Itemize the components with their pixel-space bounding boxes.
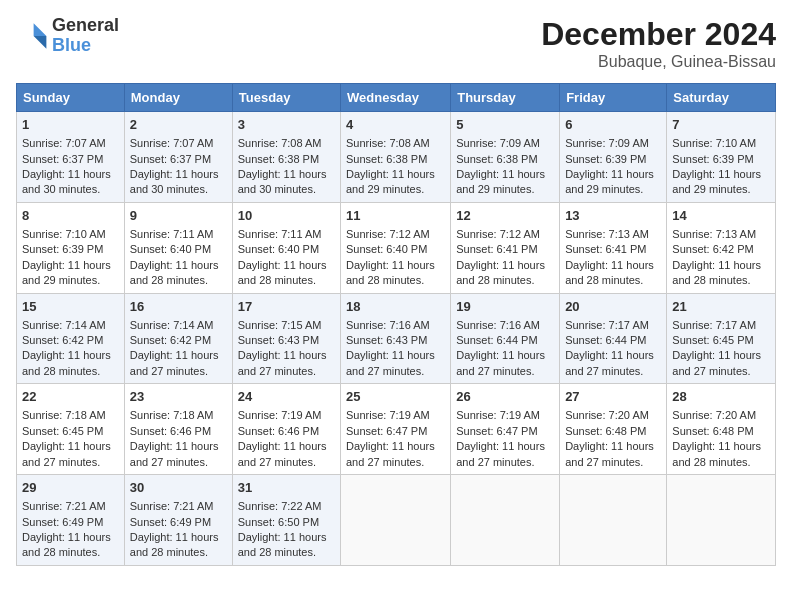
daylight: Daylight: 11 hours and 29 minutes. — [565, 168, 654, 195]
calendar-cell: 9Sunrise: 7:11 AMSunset: 6:40 PMDaylight… — [124, 202, 232, 293]
day-number: 5 — [456, 116, 554, 134]
daylight: Daylight: 11 hours and 27 minutes. — [238, 440, 327, 467]
calendar-cell: 30Sunrise: 7:21 AMSunset: 6:49 PMDayligh… — [124, 475, 232, 566]
daylight: Daylight: 11 hours and 27 minutes. — [456, 349, 545, 376]
sunrise: Sunrise: 7:14 AM — [130, 319, 214, 331]
sunrise: Sunrise: 7:20 AM — [565, 409, 649, 421]
calendar-cell: 6Sunrise: 7:09 AMSunset: 6:39 PMDaylight… — [560, 112, 667, 203]
sunrise: Sunrise: 7:17 AM — [672, 319, 756, 331]
sunset: Sunset: 6:43 PM — [346, 334, 427, 346]
day-number: 18 — [346, 298, 445, 316]
page-header: General Blue December 2024 Bubaque, Guin… — [16, 16, 776, 71]
sunrise: Sunrise: 7:18 AM — [22, 409, 106, 421]
sunrise: Sunrise: 7:11 AM — [238, 228, 322, 240]
daylight: Daylight: 11 hours and 29 minutes. — [456, 168, 545, 195]
calendar-cell: 29Sunrise: 7:21 AMSunset: 6:49 PMDayligh… — [17, 475, 125, 566]
daylight: Daylight: 11 hours and 28 minutes. — [130, 259, 219, 286]
day-number: 12 — [456, 207, 554, 225]
svg-marker-0 — [34, 23, 47, 36]
day-number: 31 — [238, 479, 335, 497]
day-number: 21 — [672, 298, 770, 316]
sunset: Sunset: 6:42 PM — [130, 334, 211, 346]
day-header-sunday: Sunday — [17, 84, 125, 112]
day-number: 13 — [565, 207, 661, 225]
daylight: Daylight: 11 hours and 28 minutes. — [238, 531, 327, 558]
sunset: Sunset: 6:44 PM — [565, 334, 646, 346]
day-number: 29 — [22, 479, 119, 497]
daylight: Daylight: 11 hours and 28 minutes. — [565, 259, 654, 286]
day-number: 17 — [238, 298, 335, 316]
sunset: Sunset: 6:49 PM — [22, 516, 103, 528]
daylight: Daylight: 11 hours and 28 minutes. — [456, 259, 545, 286]
daylight: Daylight: 11 hours and 29 minutes. — [672, 168, 761, 195]
calendar-cell: 1Sunrise: 7:07 AMSunset: 6:37 PMDaylight… — [17, 112, 125, 203]
day-header-friday: Friday — [560, 84, 667, 112]
daylight: Daylight: 11 hours and 27 minutes. — [238, 349, 327, 376]
svg-marker-1 — [34, 36, 47, 49]
week-row-2: 8Sunrise: 7:10 AMSunset: 6:39 PMDaylight… — [17, 202, 776, 293]
sunrise: Sunrise: 7:21 AM — [130, 500, 214, 512]
sunrise: Sunrise: 7:10 AM — [672, 137, 756, 149]
sunrise: Sunrise: 7:18 AM — [130, 409, 214, 421]
week-row-4: 22Sunrise: 7:18 AMSunset: 6:45 PMDayligh… — [17, 384, 776, 475]
sunrise: Sunrise: 7:16 AM — [346, 319, 430, 331]
day-number: 24 — [238, 388, 335, 406]
day-number: 22 — [22, 388, 119, 406]
sunrise: Sunrise: 7:19 AM — [456, 409, 540, 421]
calendar-cell: 2Sunrise: 7:07 AMSunset: 6:37 PMDaylight… — [124, 112, 232, 203]
sunrise: Sunrise: 7:07 AM — [22, 137, 106, 149]
daylight: Daylight: 11 hours and 29 minutes. — [22, 259, 111, 286]
sunrise: Sunrise: 7:21 AM — [22, 500, 106, 512]
calendar-cell: 25Sunrise: 7:19 AMSunset: 6:47 PMDayligh… — [341, 384, 451, 475]
calendar-cell: 15Sunrise: 7:14 AMSunset: 6:42 PMDayligh… — [17, 293, 125, 384]
sunset: Sunset: 6:42 PM — [672, 243, 753, 255]
day-number: 10 — [238, 207, 335, 225]
sunset: Sunset: 6:42 PM — [22, 334, 103, 346]
sunrise: Sunrise: 7:16 AM — [456, 319, 540, 331]
day-number: 2 — [130, 116, 227, 134]
sunset: Sunset: 6:39 PM — [565, 153, 646, 165]
logo-line1: General — [52, 16, 119, 36]
week-row-1: 1Sunrise: 7:07 AMSunset: 6:37 PMDaylight… — [17, 112, 776, 203]
sunrise: Sunrise: 7:09 AM — [456, 137, 540, 149]
logo: General Blue — [16, 16, 119, 56]
day-header-wednesday: Wednesday — [341, 84, 451, 112]
week-row-5: 29Sunrise: 7:21 AMSunset: 6:49 PMDayligh… — [17, 475, 776, 566]
day-number: 7 — [672, 116, 770, 134]
sunrise: Sunrise: 7:22 AM — [238, 500, 322, 512]
daylight: Daylight: 11 hours and 28 minutes. — [346, 259, 435, 286]
sunset: Sunset: 6:40 PM — [346, 243, 427, 255]
calendar-cell: 22Sunrise: 7:18 AMSunset: 6:45 PMDayligh… — [17, 384, 125, 475]
daylight: Daylight: 11 hours and 27 minutes. — [130, 440, 219, 467]
day-header-monday: Monday — [124, 84, 232, 112]
calendar-cell: 7Sunrise: 7:10 AMSunset: 6:39 PMDaylight… — [667, 112, 776, 203]
calendar-cell: 12Sunrise: 7:12 AMSunset: 6:41 PMDayligh… — [451, 202, 560, 293]
sunrise: Sunrise: 7:11 AM — [130, 228, 214, 240]
day-number: 30 — [130, 479, 227, 497]
sunrise: Sunrise: 7:09 AM — [565, 137, 649, 149]
sunrise: Sunrise: 7:12 AM — [456, 228, 540, 240]
calendar-cell: 13Sunrise: 7:13 AMSunset: 6:41 PMDayligh… — [560, 202, 667, 293]
calendar-cell: 10Sunrise: 7:11 AMSunset: 6:40 PMDayligh… — [232, 202, 340, 293]
sunrise: Sunrise: 7:19 AM — [346, 409, 430, 421]
day-number: 9 — [130, 207, 227, 225]
calendar-cell: 16Sunrise: 7:14 AMSunset: 6:42 PMDayligh… — [124, 293, 232, 384]
sunset: Sunset: 6:40 PM — [238, 243, 319, 255]
calendar-cell: 27Sunrise: 7:20 AMSunset: 6:48 PMDayligh… — [560, 384, 667, 475]
sunrise: Sunrise: 7:20 AM — [672, 409, 756, 421]
calendar-cell: 17Sunrise: 7:15 AMSunset: 6:43 PMDayligh… — [232, 293, 340, 384]
daylight: Daylight: 11 hours and 27 minutes. — [565, 349, 654, 376]
logo-text: General Blue — [52, 16, 119, 56]
sunset: Sunset: 6:46 PM — [130, 425, 211, 437]
day-number: 19 — [456, 298, 554, 316]
day-number: 15 — [22, 298, 119, 316]
calendar-cell: 8Sunrise: 7:10 AMSunset: 6:39 PMDaylight… — [17, 202, 125, 293]
day-number: 25 — [346, 388, 445, 406]
title-block: December 2024 Bubaque, Guinea-Bissau — [541, 16, 776, 71]
daylight: Daylight: 11 hours and 28 minutes. — [672, 259, 761, 286]
sunset: Sunset: 6:46 PM — [238, 425, 319, 437]
sunrise: Sunrise: 7:13 AM — [565, 228, 649, 240]
sunset: Sunset: 6:47 PM — [456, 425, 537, 437]
sunset: Sunset: 6:38 PM — [346, 153, 427, 165]
sunrise: Sunrise: 7:08 AM — [238, 137, 322, 149]
